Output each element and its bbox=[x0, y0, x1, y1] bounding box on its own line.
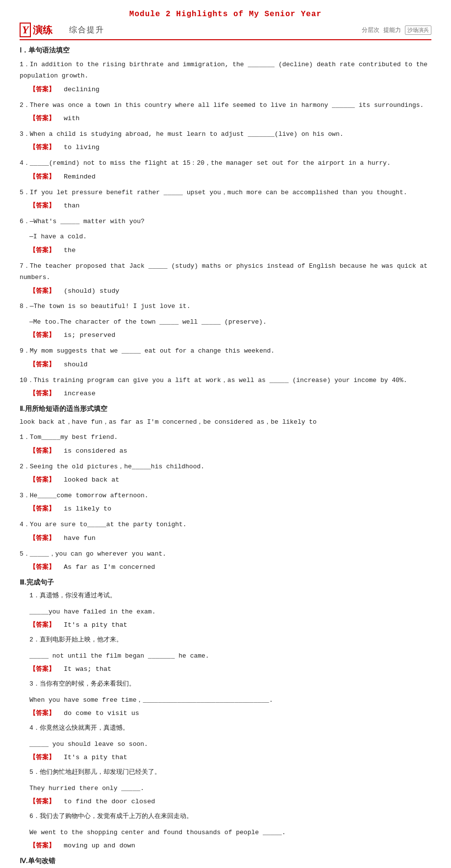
answer-2-1: 【答案】 It was; that bbox=[29, 664, 431, 675]
question-text-0-0-0: 1．In addition to the rising birthrate an… bbox=[20, 59, 431, 82]
question-text-0-5-0: 6．—What's _____ matter with you? bbox=[20, 216, 431, 227]
phrase-list-1: look back at，have fun，as far as I'm conc… bbox=[20, 416, 431, 428]
answer-1-0: 【答案】 is considered as bbox=[29, 445, 431, 457]
question-cn-2-4: 5．他们匆忙地赶到那儿，却发现门已经关了。 bbox=[29, 766, 431, 779]
question-text-1-2-0: 3．He_____come tomorrow afternoon. bbox=[20, 490, 431, 501]
header-logo: Y 演练 bbox=[20, 23, 52, 37]
section-section3: Ⅲ.完成句子1．真遗憾，你没有通过考试。_____you have failed… bbox=[20, 578, 431, 852]
answer-0-9: 【答案】 increase bbox=[29, 388, 431, 400]
question-text-0-5-1: —I have a cold. bbox=[29, 231, 431, 242]
answer-bracket-1-1: 【答案】 bbox=[29, 474, 55, 485]
section-section4: Ⅳ.单句改错1．I'd agree rather than to lose a … bbox=[20, 857, 431, 868]
section-title-0: Ⅰ．单句语法填空 bbox=[20, 46, 431, 55]
answer-text-2-0: It's a pity that bbox=[57, 620, 127, 631]
question-text-2-0-0: _____you have failed in the exam. bbox=[29, 606, 431, 617]
answer-text-2-3: It's a pity that bbox=[57, 752, 127, 764]
answer-bracket-0-7: 【答案】 bbox=[29, 330, 55, 340]
answer-text-2-1: It was; that bbox=[57, 664, 111, 675]
section-title-2: Ⅲ.完成句子 bbox=[20, 578, 431, 587]
question-text-2-2-0: When you have some free time，___________… bbox=[29, 694, 431, 706]
answer-text-0-1: with bbox=[57, 113, 79, 125]
question-text-0-6-0: 7．The teacher proposed that Jack _____ (… bbox=[20, 260, 431, 283]
answer-bracket-2-4: 【答案】 bbox=[29, 796, 55, 807]
answer-0-2: 【答案】 to living bbox=[29, 142, 431, 153]
page-title: Module 2 Highlights of My Senior Year bbox=[20, 10, 431, 19]
answer-text-0-2: to living bbox=[57, 142, 100, 153]
question-text-2-3-0: _____ you should leave so soon. bbox=[29, 739, 431, 750]
answer-bracket-0-6: 【答案】 bbox=[29, 285, 55, 296]
answer-text-1-3: have fun bbox=[57, 533, 96, 544]
question-text-0-9-0: 10．This training program can give you a … bbox=[20, 375, 431, 386]
answer-bracket-1-3: 【答案】 bbox=[29, 533, 55, 543]
answer-1-1: 【答案】 looked back at bbox=[29, 474, 431, 486]
answer-bracket-0-8: 【答案】 bbox=[29, 359, 55, 370]
answer-text-0-7: is; preserved bbox=[57, 330, 115, 341]
question-cn-2-3: 4．你竟然这么快就离开，真遗憾。 bbox=[29, 722, 431, 735]
answer-0-0: 【答案】 declining bbox=[29, 84, 431, 96]
answer-bracket-2-5: 【答案】 bbox=[29, 840, 55, 851]
answer-bracket-0-4: 【答案】 bbox=[29, 200, 55, 211]
answer-text-2-5: moving up and down bbox=[57, 841, 135, 852]
header-bar: Y 演练 综合提升 分层次 提能力 沙场演兵 bbox=[20, 23, 431, 40]
header-subtitle: 综合提升 bbox=[69, 25, 104, 35]
question-text-1-0-0: 1．Tom_____my best friend. bbox=[20, 432, 431, 443]
answer-bracket-1-4: 【答案】 bbox=[29, 562, 55, 572]
question-text-1-3-0: 4．You are sure to_____at the party tonig… bbox=[20, 519, 431, 530]
section-section2: Ⅱ.用所给短语的适当形式填空look back at，have fun，as f… bbox=[20, 405, 431, 573]
answer-bracket-2-1: 【答案】 bbox=[29, 664, 55, 674]
question-text-0-2-0: 3．When a child is studying abroad, he mu… bbox=[20, 128, 431, 140]
answer-text-0-0: declining bbox=[57, 84, 100, 96]
answer-text-0-6: (should) study bbox=[57, 286, 119, 297]
sections-container: Ⅰ．单句语法填空1．In addition to the rising birt… bbox=[20, 46, 431, 868]
header-right-item2: 提能力 bbox=[383, 26, 401, 34]
answer-bracket-0-0: 【答案】 bbox=[29, 84, 55, 95]
answer-text-2-4: to find the door closed bbox=[57, 796, 155, 808]
question-text-2-4-0: They hurried there only _____. bbox=[29, 783, 431, 794]
answer-text-0-8: should bbox=[57, 359, 88, 371]
section-title-3: Ⅳ.单句改错 bbox=[20, 857, 431, 866]
question-text-0-7-1: —Me too.The character of the town _____ … bbox=[29, 316, 431, 328]
answer-0-1: 【答案】 with bbox=[29, 113, 431, 125]
header-right: 分层次 提能力 沙场演兵 bbox=[362, 26, 431, 35]
answer-0-3: 【答案】 Reminded bbox=[29, 171, 431, 183]
answer-text-1-4: As far as I'm concerned bbox=[57, 562, 155, 573]
answer-text-0-5: the bbox=[57, 245, 75, 256]
answer-2-3: 【答案】 It's a pity that bbox=[29, 752, 431, 764]
answer-bracket-1-2: 【答案】 bbox=[29, 503, 55, 514]
answer-bracket-0-5: 【答案】 bbox=[29, 245, 55, 255]
answer-1-2: 【答案】 is likely to bbox=[29, 503, 431, 515]
question-cn-2-0: 1．真遗憾，你没有通过考试。 bbox=[29, 590, 431, 602]
answer-text-2-2: do come to visit us bbox=[57, 708, 139, 719]
question-text-2-5-0: We went to the shopping center and found… bbox=[29, 827, 431, 838]
answer-2-0: 【答案】 It's a pity that bbox=[29, 619, 431, 631]
question-cn-2-2: 3．当你有空的时候，务必来看我们。 bbox=[29, 678, 431, 690]
answer-bracket-0-1: 【答案】 bbox=[29, 113, 55, 124]
answer-0-8: 【答案】 should bbox=[29, 359, 431, 371]
question-text-0-3-0: 4．_____(remind) not to miss the flight a… bbox=[20, 157, 431, 169]
answer-1-3: 【答案】 have fun bbox=[29, 533, 431, 544]
answer-text-0-9: increase bbox=[57, 388, 96, 400]
header-right-dropdown[interactable]: 沙场演兵 bbox=[405, 26, 431, 35]
answer-text-1-0: is considered as bbox=[57, 446, 127, 457]
question-text-0-1-0: 2．There was once a town in this country … bbox=[20, 100, 431, 111]
answer-bracket-1-0: 【答案】 bbox=[29, 445, 55, 456]
answer-bracket-0-2: 【答案】 bbox=[29, 142, 55, 153]
answer-text-1-1: looked back at bbox=[57, 475, 119, 486]
header-logo-text: 演练 bbox=[33, 24, 52, 37]
question-text-1-1-0: 2．Seeing the old pictures，he_____his chi… bbox=[20, 461, 431, 472]
answer-bracket-2-2: 【答案】 bbox=[29, 708, 55, 718]
answer-1-4: 【答案】 As far as I'm concerned bbox=[29, 562, 431, 573]
question-text-0-4-0: 5．If you let pressure benefit rather ___… bbox=[20, 187, 431, 198]
answer-text-1-2: is likely to bbox=[57, 504, 111, 515]
question-text-0-8-0: 9．My mom suggests that we _____ eat out … bbox=[20, 345, 431, 357]
question-text-2-1-0: _____ not until the film began _______ h… bbox=[29, 650, 431, 662]
y-letter: Y bbox=[20, 23, 31, 37]
answer-2-4: 【答案】 to find the door closed bbox=[29, 796, 431, 808]
section-section1: Ⅰ．单句语法填空1．In addition to the rising birt… bbox=[20, 46, 431, 400]
answer-0-7: 【答案】 is; preserved bbox=[29, 330, 431, 341]
section-title-1: Ⅱ.用所给短语的适当形式填空 bbox=[20, 405, 431, 413]
answer-2-5: 【答案】 moving up and down bbox=[29, 840, 431, 852]
question-text-1-4-0: 5．_____，you can go wherever you want. bbox=[20, 548, 431, 560]
answer-text-0-4: than bbox=[57, 201, 79, 212]
header-title bbox=[56, 24, 66, 36]
